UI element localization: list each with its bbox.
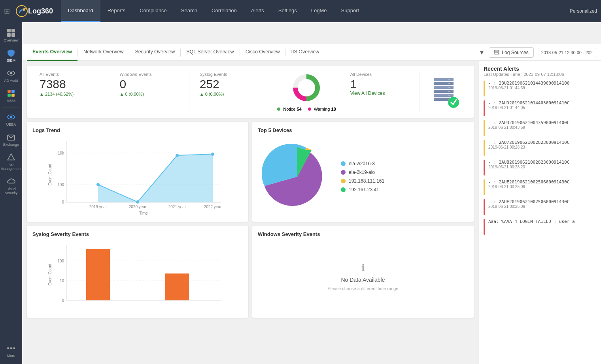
stats-row: All Events 7388 ▲ 2134 (40.62%) Windows … xyxy=(27,66,474,118)
subtab-events-overview[interactable]: Events Overview xyxy=(27,44,77,61)
sidebar-item-more[interactable]: More xyxy=(0,341,22,361)
svg-text:0: 0 xyxy=(62,200,64,204)
nav-tab-search[interactable]: Search xyxy=(174,0,204,22)
syslog-severity-title: Syslog Severity Events xyxy=(32,231,243,237)
grid-icon xyxy=(7,28,15,37)
all-devices-label: All Devices xyxy=(350,72,413,77)
windows-severity-panel: Windows Severity Events ℹ No Data Availa… xyxy=(252,226,474,318)
sidebar-item-exchange[interactable]: Exchange xyxy=(0,130,22,150)
svg-rect-11 xyxy=(11,94,15,97)
svg-point-22 xyxy=(498,53,499,54)
sidebar-label-overview: Overview xyxy=(4,38,19,42)
sidebar-item-siem[interactable]: SIEM xyxy=(0,45,22,66)
subtab-sql-server-overview[interactable]: SQL Server Overview xyxy=(181,44,239,61)
apps-grid-icon[interactable]: ⊞ xyxy=(4,7,10,15)
subtab-cisco-overview[interactable]: Cisco Overview xyxy=(240,44,285,61)
device-legend-192-168: 192.168.111.161 xyxy=(341,178,384,184)
syslog-events-value: 252 xyxy=(200,78,263,90)
windows-severity-title: Windows Severity Events xyxy=(258,231,468,237)
nav-tab-alerts[interactable]: Alerts xyxy=(244,0,271,22)
svg-rect-4 xyxy=(7,33,11,37)
nav-tab-reports[interactable]: Reports xyxy=(100,0,133,22)
svg-rect-36 xyxy=(448,91,450,92)
m365-icon xyxy=(7,89,15,98)
ip-168-dot xyxy=(341,179,346,183)
svg-text:10: 10 xyxy=(60,279,64,283)
sidebar-label-more: More xyxy=(7,354,15,358)
alert-item: - : 2AU72019062100282300091410C2019-06-2… xyxy=(484,140,596,156)
sidebar-item-ad-management[interactable]: AD Management xyxy=(0,150,22,174)
svg-text:100: 100 xyxy=(57,259,64,263)
svg-text:2020 year: 2020 year xyxy=(129,205,147,209)
alert-severity-bar xyxy=(484,160,485,175)
log-sources-button[interactable]: Log Sources xyxy=(489,47,533,58)
svg-rect-30 xyxy=(434,90,454,93)
notice-dot xyxy=(277,108,280,111)
server-icon xyxy=(494,50,499,55)
sidebar-label-cloud-security: Cloud Security xyxy=(2,187,21,195)
svg-text:0: 0 xyxy=(62,298,64,303)
svg-text:100: 100 xyxy=(57,183,64,187)
ueba-icon xyxy=(7,113,15,121)
nav-tab-dashboard[interactable]: Dashboard xyxy=(61,0,100,22)
svg-text:10k: 10k xyxy=(58,151,64,155)
ela-w2016-label: ela-w2016-3 xyxy=(349,161,375,166)
app-name: Log360 xyxy=(28,7,53,15)
topbar: ⊞ Log360 Dashboard Reports Compliance Se… xyxy=(0,0,601,22)
svg-text:Event Count: Event Count xyxy=(48,164,52,185)
svg-rect-5 xyxy=(11,33,15,37)
ip-168-label: 192.168.111.161 xyxy=(349,178,384,184)
svg-point-18 xyxy=(13,347,15,349)
ela-2k19-dot xyxy=(341,170,346,175)
device-legend-ela-w2016: ela-w2016-3 xyxy=(341,161,384,166)
dropdown-button[interactable]: ▼ xyxy=(478,49,485,56)
sidebar-item-ueba[interactable]: UEBA xyxy=(0,109,22,130)
stat-all-devices: All Devices 1 View All Devices xyxy=(344,72,420,111)
svg-rect-67 xyxy=(165,273,189,300)
alert-id: - : 2AUB2019062100282300091410C xyxy=(488,160,569,165)
alert-id: - : 2AUD2019062101440500091410C xyxy=(488,100,569,106)
alert-item: - : 2AUD2019062100435900091400C2019-06-2… xyxy=(484,120,596,136)
sidebar-item-ad-audit[interactable]: AD Audit xyxy=(0,66,22,86)
alert-time: 2019-06-21 00:25:06 xyxy=(488,185,569,189)
device-legend-192-161: 192.161.23.41 xyxy=(341,187,384,192)
alert-item: Aaa: %AAA-4-LOGIN_FAILED : user a xyxy=(484,219,596,235)
nav-tab-compliance[interactable]: Compliance xyxy=(132,0,174,22)
svg-point-17 xyxy=(10,347,12,349)
cloud-icon xyxy=(7,177,15,186)
devices-panel: ela-w2016-3 ela-2k19-aio 192.168.111.161 xyxy=(258,137,468,216)
subtab-security-overview[interactable]: Security Overview xyxy=(129,44,180,61)
sidebar-label-ad-audit: AD Audit xyxy=(4,79,18,83)
subtabs-bar: Events Overview Network Overview Securit… xyxy=(22,44,601,61)
sidebar-divider xyxy=(3,108,19,108)
subtab-network-overview[interactable]: Network Overview xyxy=(78,44,129,61)
sidebar: Overview SIEM AD Audit M365 UEBA xyxy=(0,22,22,364)
alert-content: - : 2AUE2019062100250600091430C2019-06-2… xyxy=(488,199,569,215)
alert-content: - : 2AUB2019062100282300091410C2019-06-2… xyxy=(488,160,569,175)
ip-161-dot xyxy=(341,187,346,192)
subtabs-right: ▼ Log Sources 2018-05-21 12:30:00 - 202 xyxy=(478,47,596,58)
no-data-sub-label: Please choose a different time range xyxy=(328,286,399,291)
nav-tab-correlation[interactable]: Correlation xyxy=(204,0,244,22)
svg-point-21 xyxy=(498,51,499,51)
sidebar-label-ueba: UEBA xyxy=(6,123,16,126)
syslog-donut-chart xyxy=(291,72,322,104)
nav-tab-logme[interactable]: LogMe xyxy=(304,0,334,22)
logs-trend-chart: 10k 100 0 2019 year 2020 year 2021 year … xyxy=(32,137,243,216)
subtab-iis-overview[interactable]: IIS Overview xyxy=(285,44,325,61)
view-all-devices-link[interactable]: View All Devices xyxy=(350,91,385,96)
alert-time: 2019-06-21 00:43:59 xyxy=(488,125,569,130)
alert-content: - : 2BU2201906210144390009141002019-06-2… xyxy=(488,81,569,96)
date-range-display[interactable]: 2018-05-21 12:30:00 - 202 xyxy=(538,48,596,57)
sidebar-label-m365: M365 xyxy=(7,99,16,103)
sidebar-item-overview[interactable]: Overview xyxy=(0,25,22,45)
nav-tab-settings[interactable]: Settings xyxy=(271,0,304,22)
sidebar-item-m365[interactable]: M365 xyxy=(0,86,22,106)
svg-rect-37 xyxy=(448,95,450,96)
svg-point-13 xyxy=(10,116,13,119)
sidebar-item-cloud-security[interactable]: Cloud Security xyxy=(0,174,22,198)
nav-tab-support[interactable]: Support xyxy=(334,0,367,22)
svg-text:2022 year: 2022 year xyxy=(204,205,222,209)
alert-severity-bar xyxy=(484,100,485,116)
alert-id: - : 2AU72019062100282300091410C xyxy=(488,140,569,145)
